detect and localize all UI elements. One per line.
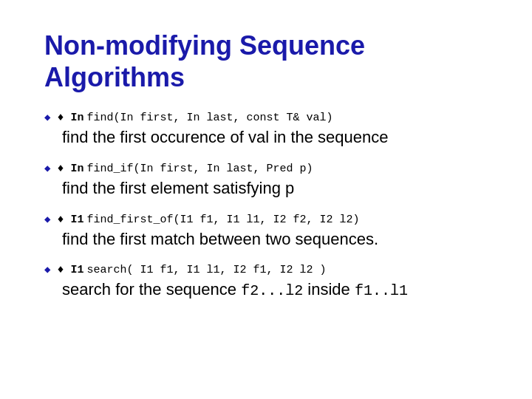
bullet-find: ◆ ♦ In: [44, 111, 83, 124]
desc-find-if: find the first element satisfying p: [62, 178, 488, 200]
code-inline-f2l2: f2...l2: [241, 282, 303, 299]
code-find-if: find_if(In first, In last, Pred p): [86, 163, 313, 175]
title-line1: Non-modifying Sequence: [44, 30, 365, 61]
desc-find: find the first occurence of val in the s…: [62, 127, 488, 149]
desc-search: search for the sequence f2...l2 inside f…: [62, 279, 488, 301]
desc-find-first-of: find the first match between two sequenc…: [62, 229, 488, 250]
section-find-if: ◆ ♦ In find_if(In first, In last, Pred p…: [44, 162, 488, 200]
title-line2: Algorithms: [44, 62, 185, 92]
slide-title: Non-modifying Sequence Algorithms: [44, 30, 488, 93]
section-search: ◆ ♦ I1 search( I1 f1, I1 l1, I2 f1, I2 l…: [44, 263, 488, 301]
bullet-line-search: ◆ ♦ I1 search( I1 f1, I1 l1, I2 f1, I2 l…: [44, 263, 488, 276]
code-search: search( I1 f1, I1 l1, I2 f1, I2 l2 ): [86, 264, 326, 276]
code-find: find(In first, In last, const T& val): [86, 112, 332, 124]
bullet-line-find-if: ◆ ♦ In find_if(In first, In last, Pred p…: [44, 162, 488, 175]
code-inline-f1l1: f1..l1: [355, 282, 408, 299]
bullet-line-find-first-of: ◆ ♦ I1 find_first_of(I1 f1, I1 l1, I2 f2…: [44, 213, 488, 226]
bullet-find-if: ◆ ♦ In: [44, 162, 83, 175]
bullet-find-first-of: ◆ ♦ I1: [44, 213, 83, 226]
section-find: ◆ ♦ In find(In first, In last, const T& …: [44, 111, 488, 149]
bullet-search: ◆ ♦ I1: [44, 263, 83, 276]
code-find-first-of: find_first_of(I1 f1, I1 l1, I2 f2, I2 l2…: [86, 214, 359, 226]
bullet-line-find: ◆ ♦ In find(In first, In last, const T& …: [44, 111, 488, 124]
section-find-first-of: ◆ ♦ I1 find_first_of(I1 f1, I1 l1, I2 f2…: [44, 213, 488, 250]
slide: Non-modifying Sequence Algorithms ◆ ♦ In…: [0, 0, 532, 399]
